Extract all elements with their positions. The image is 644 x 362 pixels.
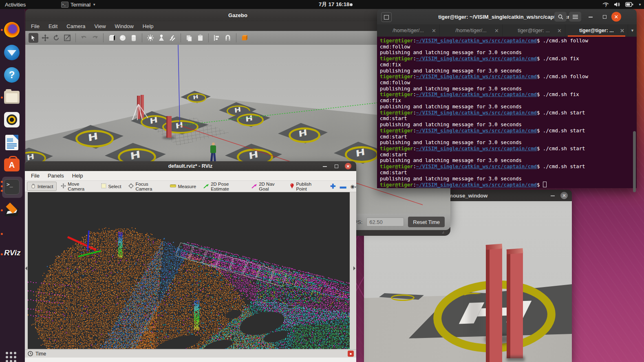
rviz-menu-panels[interactable]: Panels xyxy=(48,173,64,179)
gazebo-menu-view[interactable]: View xyxy=(95,23,106,29)
gazebo-menu-camera[interactable]: Camera xyxy=(66,23,85,29)
view-cube-icon[interactable] xyxy=(240,34,249,42)
undo-icon[interactable] xyxy=(80,34,88,42)
directional-light-icon[interactable] xyxy=(168,34,176,42)
dock-item-libreoffice[interactable] xyxy=(4,135,20,151)
gz-red-pillar-single xyxy=(166,116,172,138)
rviz-menu-help[interactable]: Help xyxy=(72,173,83,179)
rviz-tool-select[interactable]: Select xyxy=(98,182,124,191)
rviz-tool-interact[interactable]: Interact xyxy=(27,182,57,191)
minimize-icon[interactable] xyxy=(323,166,327,167)
fps-value-field[interactable]: 62.50 xyxy=(366,217,404,226)
paste-icon[interactable] xyxy=(196,34,204,42)
tab-close-icon[interactable]: ✕ xyxy=(620,28,624,34)
dock-item-gazebo[interactable] xyxy=(4,202,20,219)
tab-list-dropdown-icon[interactable]: ▼ xyxy=(628,24,637,37)
search-button[interactable] xyxy=(554,12,567,22)
terminal-tab[interactable]: tiger@tiger: ...✕ xyxy=(565,24,628,37)
rviz-titlebar[interactable]: default.rviz* - RViz ✕ xyxy=(24,161,356,171)
maximize-icon[interactable] xyxy=(603,15,607,19)
volume-icon xyxy=(614,2,620,7)
gazebo-title: Gazebo xyxy=(228,12,247,18)
reset-time-button[interactable]: Reset Time xyxy=(408,217,445,227)
running-indicator xyxy=(1,181,3,183)
align-icon[interactable] xyxy=(213,34,221,42)
activities-button[interactable]: Activities xyxy=(5,0,26,9)
terminal-tab[interactable]: /home/tiger/...✕ xyxy=(377,24,440,37)
minimize-icon[interactable] xyxy=(551,195,555,196)
close-icon[interactable]: ✕ xyxy=(560,192,568,199)
dock-item-rviz[interactable]: RViz xyxy=(4,248,20,265)
spot-light-icon[interactable] xyxy=(157,34,165,42)
gazebo-menu-edit[interactable]: Edit xyxy=(49,23,57,29)
rviz-tool-measure[interactable]: Measure xyxy=(167,182,199,190)
dock-item-rhythmbox[interactable] xyxy=(4,112,20,128)
dock: ? A >_ xyxy=(0,9,25,362)
gazebo-menu-help[interactable]: Help xyxy=(143,23,154,29)
resize-grip-icon[interactable]: ⣠ xyxy=(442,229,448,234)
rviz-tool-2d-nav-goal[interactable]: 2D Nav Goal xyxy=(248,180,286,193)
close-icon[interactable]: ✕ xyxy=(611,12,621,22)
gz-tripod xyxy=(129,101,154,121)
gazebo-menu-file[interactable]: File xyxy=(31,23,40,29)
search-icon xyxy=(558,14,563,20)
tab-close-icon[interactable]: ✕ xyxy=(494,28,499,34)
dock-item-help[interactable]: ? xyxy=(4,67,20,83)
dock-item-thunderbird[interactable] xyxy=(4,45,20,61)
rotate-icon[interactable] xyxy=(52,34,60,42)
terminal-scrollbar[interactable] xyxy=(633,131,636,192)
tab-close-icon[interactable]: ✕ xyxy=(432,28,436,34)
terminal-line: cmd:start xyxy=(380,152,637,158)
menu-button[interactable] xyxy=(569,12,581,22)
pose-arrow-icon xyxy=(203,184,209,189)
move-icon[interactable] xyxy=(41,34,49,42)
remove-tool-icon[interactable]: ▬ xyxy=(340,183,346,190)
running-indicator xyxy=(1,209,3,211)
rviz-tool-move-camera[interactable]: Move Camera xyxy=(57,180,97,193)
dock-item-firefox[interactable] xyxy=(4,22,20,38)
system-tray[interactable]: ? ▼ xyxy=(602,0,642,9)
gz-person xyxy=(207,143,219,164)
rviz-tool-2d-pose-estimate[interactable]: 2D Pose Estimate xyxy=(200,180,247,193)
clock[interactable]: 7月 17 16:18 xyxy=(319,0,349,9)
redo-icon[interactable] xyxy=(91,34,99,42)
terminal-headerbar[interactable]: tiger@tiger: ~/VISIM_single/catkin_ws/sr… xyxy=(377,9,637,24)
terminal-tab[interactable]: tiger@tiger: ...✕ xyxy=(503,24,565,37)
move-icon xyxy=(61,183,66,189)
terminal-tab[interactable]: /home/tiger/...✕ xyxy=(440,24,503,37)
dock-item-files[interactable] xyxy=(4,90,20,106)
mouse-window-title: mouse_window xyxy=(448,193,488,199)
terminal-title: tiger@tiger: ~/VISIM_single/catkin_ws/sr… xyxy=(377,14,637,20)
running-indicator xyxy=(1,233,3,235)
rviz-tool-focus-camera[interactable]: Focus Camera xyxy=(125,180,166,193)
panel-collapse-left-icon[interactable] xyxy=(25,266,27,270)
cylinder-icon[interactable] xyxy=(130,34,138,42)
box-icon[interactable] xyxy=(108,34,116,42)
terminal-output[interactable]: tiger@tiger:~/VISIM_single/catkin_ws/src… xyxy=(377,37,637,188)
cursor-icon[interactable] xyxy=(29,33,38,43)
rviz-3d-viewport[interactable] xyxy=(28,192,350,349)
add-tool-icon[interactable]: ✚ xyxy=(330,182,335,190)
maximize-icon[interactable] xyxy=(335,165,338,168)
app-menu[interactable]: >_ Terminal ▼ xyxy=(61,0,96,9)
close-icon[interactable]: ✕ xyxy=(345,163,351,169)
time-panel-close-icon[interactable]: ● xyxy=(348,351,354,357)
tab-close-icon[interactable]: ✕ xyxy=(557,28,562,34)
dock-item-terminal[interactable]: >_ xyxy=(4,179,20,195)
minimize-icon[interactable] xyxy=(589,17,593,18)
camera-tool-icon[interactable]: ◉▾ xyxy=(351,184,357,189)
terminal-line: tiger@tiger:~/VISIM_single/catkin_ws/src… xyxy=(380,128,637,134)
point-light-icon[interactable] xyxy=(146,34,154,42)
scale-icon[interactable] xyxy=(63,34,71,42)
snap-icon[interactable] xyxy=(224,34,232,42)
sphere-icon[interactable] xyxy=(119,34,127,42)
network-icon: ? xyxy=(602,2,609,7)
copy-icon[interactable] xyxy=(185,34,193,42)
dock-item-software[interactable]: A xyxy=(4,157,20,173)
panel-collapse-right-icon[interactable] xyxy=(353,266,355,270)
rviz-tool-publish-point[interactable]: Publish Point xyxy=(287,180,324,193)
notification-dot xyxy=(350,0,353,9)
dock-item-show-applications[interactable] xyxy=(4,350,20,362)
gazebo-menu-window[interactable]: Window xyxy=(115,23,134,29)
rviz-menu-file[interactable]: File xyxy=(31,173,40,179)
